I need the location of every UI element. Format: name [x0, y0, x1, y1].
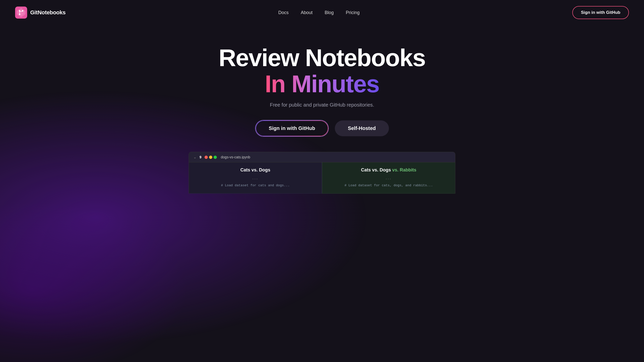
- cell-right-code: # Load dataset for cats, dogs, and rabbi…: [328, 183, 449, 188]
- hero-title-line1: Review Notebooks: [10, 45, 634, 71]
- hero-title-line2: In Minutes: [265, 71, 379, 97]
- logo-link[interactable]: GitNotebooks: [15, 7, 66, 19]
- nav-blog[interactable]: Blog: [325, 10, 334, 15]
- cell-right-header-plain: Cats vs. Dogs: [361, 167, 392, 172]
- traffic-lights: [205, 156, 217, 159]
- notebook-window: ⌄ 9 dogs-vs-cats.ipynb Cats vs. Dogs ...…: [189, 152, 455, 194]
- nav-links: Docs About Blog Pricing: [278, 10, 359, 15]
- logo-icon: [15, 7, 27, 19]
- traffic-light-green: [214, 156, 217, 159]
- cell-left-code: # Load dataset for cats and dogs...: [195, 183, 316, 188]
- hero-subtitle: Free for public and private GitHub repos…: [10, 102, 634, 108]
- cell-right-header-highlight: vs. Rabbits: [392, 167, 416, 172]
- cell-left-header: Cats vs. Dogs: [195, 167, 316, 173]
- hero-selfhosted-button[interactable]: Self-Hosted: [335, 120, 389, 136]
- titlebar-arrow-icon: ⌄: [193, 155, 196, 159]
- traffic-light-yellow: [209, 156, 212, 159]
- navbar: GitNotebooks Docs About Blog Pricing Sig…: [0, 0, 644, 25]
- traffic-light-red: [205, 156, 208, 159]
- notebook-cell-left: Cats vs. Dogs ... # Load dataset for cat…: [189, 162, 322, 194]
- cell-right-header: Cats vs. Dogs vs. Rabbits: [328, 167, 449, 173]
- titlebar-filename: dogs-vs-cats.ipynb: [221, 155, 250, 159]
- notebook-titlebar: ⌄ 9 dogs-vs-cats.ipynb: [189, 152, 455, 162]
- hero-signin-button[interactable]: Sign in with GitHub: [255, 120, 329, 137]
- nav-signin-button[interactable]: Sign in with GitHub: [572, 6, 629, 19]
- hero-section: Review Notebooks In Minutes Free for pub…: [0, 25, 644, 204]
- svg-point-5: [19, 14, 20, 15]
- svg-point-3: [19, 10, 20, 12]
- cell-left-dots: ...: [195, 175, 316, 180]
- titlebar-count: 9: [199, 155, 202, 159]
- hero-title: Review Notebooks In Minutes: [10, 45, 634, 102]
- notebook-preview: ⌄ 9 dogs-vs-cats.ipynb Cats vs. Dogs ...…: [189, 152, 455, 194]
- nav-docs[interactable]: Docs: [278, 10, 289, 15]
- cell-right-dots: ...: [328, 175, 449, 180]
- logo-text: GitNotebooks: [30, 9, 66, 16]
- notebook-cell-right: Cats vs. Dogs vs. Rabbits ... # Load dat…: [322, 162, 455, 194]
- nav-pricing[interactable]: Pricing: [346, 10, 359, 15]
- nav-about[interactable]: About: [301, 10, 312, 15]
- notebook-content: Cats vs. Dogs ... # Load dataset for cat…: [189, 162, 455, 194]
- hero-buttons: Sign in with GitHub Self-Hosted: [10, 120, 634, 137]
